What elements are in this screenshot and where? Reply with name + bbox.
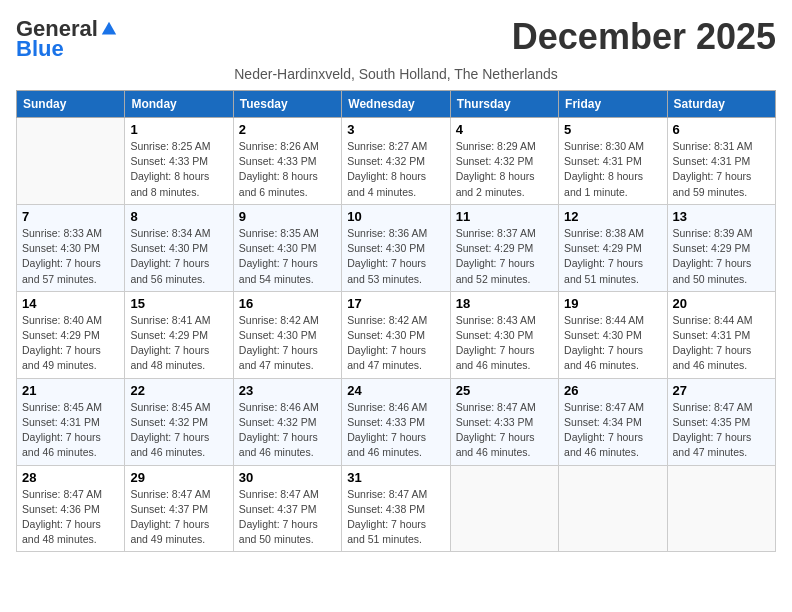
col-header-saturday: Saturday — [667, 91, 775, 118]
svg-marker-0 — [102, 22, 116, 35]
day-number: 12 — [564, 209, 661, 224]
calendar-cell — [450, 465, 558, 552]
calendar-cell: 20Sunrise: 8:44 AM Sunset: 4:31 PM Dayli… — [667, 291, 775, 378]
calendar-cell: 19Sunrise: 8:44 AM Sunset: 4:30 PM Dayli… — [559, 291, 667, 378]
day-info: Sunrise: 8:47 AM Sunset: 4:36 PM Dayligh… — [22, 487, 119, 548]
calendar-cell: 2Sunrise: 8:26 AM Sunset: 4:33 PM Daylig… — [233, 118, 341, 205]
day-number: 25 — [456, 383, 553, 398]
day-number: 13 — [673, 209, 770, 224]
subtitle: Neder-Hardinxveld, South Holland, The Ne… — [16, 66, 776, 82]
calendar-cell — [667, 465, 775, 552]
col-header-friday: Friday — [559, 91, 667, 118]
day-info: Sunrise: 8:37 AM Sunset: 4:29 PM Dayligh… — [456, 226, 553, 287]
day-number: 16 — [239, 296, 336, 311]
day-info: Sunrise: 8:43 AM Sunset: 4:30 PM Dayligh… — [456, 313, 553, 374]
day-number: 29 — [130, 470, 227, 485]
calendar-cell: 8Sunrise: 8:34 AM Sunset: 4:30 PM Daylig… — [125, 204, 233, 291]
day-info: Sunrise: 8:35 AM Sunset: 4:30 PM Dayligh… — [239, 226, 336, 287]
calendar-body: 1Sunrise: 8:25 AM Sunset: 4:33 PM Daylig… — [17, 118, 776, 552]
day-info: Sunrise: 8:27 AM Sunset: 4:32 PM Dayligh… — [347, 139, 444, 200]
day-number: 28 — [22, 470, 119, 485]
day-number: 3 — [347, 122, 444, 137]
col-header-thursday: Thursday — [450, 91, 558, 118]
calendar-cell: 6Sunrise: 8:31 AM Sunset: 4:31 PM Daylig… — [667, 118, 775, 205]
calendar-cell: 29Sunrise: 8:47 AM Sunset: 4:37 PM Dayli… — [125, 465, 233, 552]
week-row-2: 7Sunrise: 8:33 AM Sunset: 4:30 PM Daylig… — [17, 204, 776, 291]
calendar-cell: 15Sunrise: 8:41 AM Sunset: 4:29 PM Dayli… — [125, 291, 233, 378]
day-info: Sunrise: 8:47 AM Sunset: 4:33 PM Dayligh… — [456, 400, 553, 461]
calendar-cell: 22Sunrise: 8:45 AM Sunset: 4:32 PM Dayli… — [125, 378, 233, 465]
day-info: Sunrise: 8:40 AM Sunset: 4:29 PM Dayligh… — [22, 313, 119, 374]
calendar-cell: 12Sunrise: 8:38 AM Sunset: 4:29 PM Dayli… — [559, 204, 667, 291]
day-info: Sunrise: 8:26 AM Sunset: 4:33 PM Dayligh… — [239, 139, 336, 200]
day-info: Sunrise: 8:47 AM Sunset: 4:35 PM Dayligh… — [673, 400, 770, 461]
day-number: 23 — [239, 383, 336, 398]
calendar-cell: 21Sunrise: 8:45 AM Sunset: 4:31 PM Dayli… — [17, 378, 125, 465]
calendar-cell: 24Sunrise: 8:46 AM Sunset: 4:33 PM Dayli… — [342, 378, 450, 465]
calendar-cell: 5Sunrise: 8:30 AM Sunset: 4:31 PM Daylig… — [559, 118, 667, 205]
calendar-cell: 25Sunrise: 8:47 AM Sunset: 4:33 PM Dayli… — [450, 378, 558, 465]
calendar-cell: 23Sunrise: 8:46 AM Sunset: 4:32 PM Dayli… — [233, 378, 341, 465]
day-number: 4 — [456, 122, 553, 137]
col-header-wednesday: Wednesday — [342, 91, 450, 118]
day-number: 15 — [130, 296, 227, 311]
month-title: December 2025 — [512, 16, 776, 58]
day-info: Sunrise: 8:41 AM Sunset: 4:29 PM Dayligh… — [130, 313, 227, 374]
calendar-cell: 7Sunrise: 8:33 AM Sunset: 4:30 PM Daylig… — [17, 204, 125, 291]
day-info: Sunrise: 8:47 AM Sunset: 4:37 PM Dayligh… — [130, 487, 227, 548]
day-info: Sunrise: 8:42 AM Sunset: 4:30 PM Dayligh… — [239, 313, 336, 374]
day-number: 8 — [130, 209, 227, 224]
calendar-cell: 31Sunrise: 8:47 AM Sunset: 4:38 PM Dayli… — [342, 465, 450, 552]
calendar-cell: 3Sunrise: 8:27 AM Sunset: 4:32 PM Daylig… — [342, 118, 450, 205]
calendar-table: SundayMondayTuesdayWednesdayThursdayFrid… — [16, 90, 776, 552]
day-info: Sunrise: 8:31 AM Sunset: 4:31 PM Dayligh… — [673, 139, 770, 200]
day-number: 17 — [347, 296, 444, 311]
calendar-cell: 28Sunrise: 8:47 AM Sunset: 4:36 PM Dayli… — [17, 465, 125, 552]
day-info: Sunrise: 8:38 AM Sunset: 4:29 PM Dayligh… — [564, 226, 661, 287]
calendar-cell: 1Sunrise: 8:25 AM Sunset: 4:33 PM Daylig… — [125, 118, 233, 205]
day-info: Sunrise: 8:33 AM Sunset: 4:30 PM Dayligh… — [22, 226, 119, 287]
day-number: 26 — [564, 383, 661, 398]
calendar-cell: 13Sunrise: 8:39 AM Sunset: 4:29 PM Dayli… — [667, 204, 775, 291]
calendar-cell: 10Sunrise: 8:36 AM Sunset: 4:30 PM Dayli… — [342, 204, 450, 291]
day-number: 30 — [239, 470, 336, 485]
logo-blue: Blue — [16, 36, 64, 62]
week-row-5: 28Sunrise: 8:47 AM Sunset: 4:36 PM Dayli… — [17, 465, 776, 552]
day-info: Sunrise: 8:42 AM Sunset: 4:30 PM Dayligh… — [347, 313, 444, 374]
day-number: 11 — [456, 209, 553, 224]
day-number: 2 — [239, 122, 336, 137]
calendar-cell: 16Sunrise: 8:42 AM Sunset: 4:30 PM Dayli… — [233, 291, 341, 378]
calendar-cell — [559, 465, 667, 552]
day-number: 22 — [130, 383, 227, 398]
day-info: Sunrise: 8:30 AM Sunset: 4:31 PM Dayligh… — [564, 139, 661, 200]
calendar-cell: 18Sunrise: 8:43 AM Sunset: 4:30 PM Dayli… — [450, 291, 558, 378]
day-number: 21 — [22, 383, 119, 398]
day-info: Sunrise: 8:46 AM Sunset: 4:33 PM Dayligh… — [347, 400, 444, 461]
calendar-cell: 4Sunrise: 8:29 AM Sunset: 4:32 PM Daylig… — [450, 118, 558, 205]
col-header-tuesday: Tuesday — [233, 91, 341, 118]
day-number: 7 — [22, 209, 119, 224]
week-row-4: 21Sunrise: 8:45 AM Sunset: 4:31 PM Dayli… — [17, 378, 776, 465]
day-number: 19 — [564, 296, 661, 311]
day-number: 20 — [673, 296, 770, 311]
logo-icon — [100, 20, 118, 38]
day-number: 24 — [347, 383, 444, 398]
col-header-monday: Monday — [125, 91, 233, 118]
day-info: Sunrise: 8:45 AM Sunset: 4:32 PM Dayligh… — [130, 400, 227, 461]
day-info: Sunrise: 8:25 AM Sunset: 4:33 PM Dayligh… — [130, 139, 227, 200]
day-number: 18 — [456, 296, 553, 311]
calendar-cell: 9Sunrise: 8:35 AM Sunset: 4:30 PM Daylig… — [233, 204, 341, 291]
day-number: 14 — [22, 296, 119, 311]
day-info: Sunrise: 8:46 AM Sunset: 4:32 PM Dayligh… — [239, 400, 336, 461]
week-row-3: 14Sunrise: 8:40 AM Sunset: 4:29 PM Dayli… — [17, 291, 776, 378]
day-number: 10 — [347, 209, 444, 224]
day-info: Sunrise: 8:47 AM Sunset: 4:38 PM Dayligh… — [347, 487, 444, 548]
day-info: Sunrise: 8:36 AM Sunset: 4:30 PM Dayligh… — [347, 226, 444, 287]
day-info: Sunrise: 8:45 AM Sunset: 4:31 PM Dayligh… — [22, 400, 119, 461]
calendar-header: SundayMondayTuesdayWednesdayThursdayFrid… — [17, 91, 776, 118]
day-info: Sunrise: 8:34 AM Sunset: 4:30 PM Dayligh… — [130, 226, 227, 287]
calendar-cell — [17, 118, 125, 205]
calendar-cell: 26Sunrise: 8:47 AM Sunset: 4:34 PM Dayli… — [559, 378, 667, 465]
day-info: Sunrise: 8:29 AM Sunset: 4:32 PM Dayligh… — [456, 139, 553, 200]
day-number: 6 — [673, 122, 770, 137]
